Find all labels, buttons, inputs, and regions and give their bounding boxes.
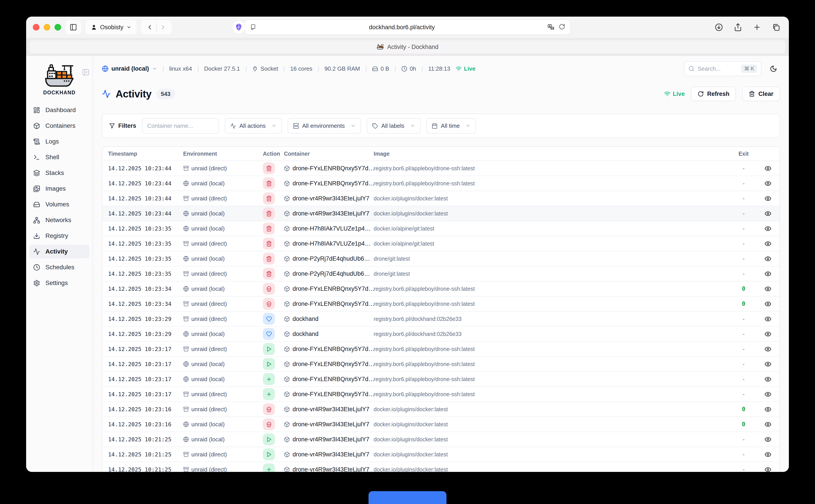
search-input[interactable]: Search... ⌘ K bbox=[684, 61, 761, 76]
view-details-button[interactable] bbox=[756, 331, 780, 337]
timestamp-cell: 14.12.2025 10:23:35 bbox=[102, 225, 183, 232]
view-details-button[interactable] bbox=[756, 361, 780, 368]
page-settings-icon[interactable] bbox=[250, 24, 256, 31]
view-details-button[interactable] bbox=[756, 180, 780, 187]
view-details-button[interactable] bbox=[756, 240, 780, 247]
table-row[interactable]: 14.12.2025 10:23:34unraid (direct)drone-… bbox=[102, 296, 780, 311]
container-cell: drone-FYxLENRBQnxy5Y7d… bbox=[284, 346, 374, 353]
view-details-button[interactable] bbox=[756, 210, 780, 217]
container-cell: drone-vr4R9wr3I43EteLjulY7 bbox=[284, 466, 374, 472]
dock-app-indicator[interactable] bbox=[369, 491, 446, 504]
filter-dropdown-all-actions[interactable]: All actions bbox=[225, 118, 282, 134]
filter-dropdown-all-labels[interactable]: All labels bbox=[367, 118, 421, 134]
clear-button[interactable]: Clear bbox=[742, 87, 780, 101]
view-details-button[interactable] bbox=[756, 316, 780, 322]
sidebar-item-schedules[interactable]: Schedules bbox=[29, 260, 89, 274]
table-row[interactable]: 14.12.2025 10:23:35unraid (local)drone-H… bbox=[102, 221, 780, 236]
table-row[interactable]: 14.12.2025 10:23:29unraid (direct)dockha… bbox=[102, 311, 780, 326]
sidebar-item-registry[interactable]: Registry bbox=[29, 229, 89, 243]
search-icon bbox=[688, 66, 695, 72]
image-cell: docker.io/alpine/git:latest bbox=[374, 225, 731, 232]
table-row[interactable]: 14.12.2025 10:23:34unraid (local)drone-F… bbox=[102, 281, 780, 296]
sidebar-item-networks[interactable]: Networks bbox=[29, 213, 89, 227]
translate-icon[interactable] bbox=[547, 23, 555, 31]
share-button[interactable] bbox=[732, 21, 744, 33]
table-row[interactable]: 14.12.2025 10:23:35unraid (direct)drone-… bbox=[102, 236, 780, 251]
view-details-button[interactable] bbox=[756, 391, 780, 398]
view-details-button[interactable] bbox=[756, 165, 780, 172]
chevdown-icon bbox=[465, 123, 471, 128]
table-row[interactable]: 14.12.2025 10:23:44unraid (direct)drone-… bbox=[102, 191, 780, 206]
container-name-input[interactable]: Container name... bbox=[142, 118, 219, 134]
profile-menu-button[interactable]: Osobisty bbox=[85, 20, 137, 34]
table-row[interactable]: 14.12.2025 10:23:17unraid (local)drone-F… bbox=[102, 371, 780, 386]
reload-icon[interactable] bbox=[559, 23, 565, 31]
new-tab-button[interactable] bbox=[751, 21, 763, 33]
table-row[interactable]: 14.12.2025 10:23:35unraid (direct)drone-… bbox=[102, 266, 780, 281]
sidebar-item-shell[interactable]: Shell bbox=[29, 150, 89, 164]
close-window-button[interactable] bbox=[33, 24, 39, 31]
timestamp-cell: 14.12.2025 10:23:35 bbox=[102, 271, 183, 277]
minimize-window-button[interactable] bbox=[44, 24, 50, 31]
browser-tab[interactable]: Activity - Dockhand bbox=[30, 40, 785, 54]
timestamp-cell: 14.12.2025 10:23:17 bbox=[102, 376, 183, 382]
timestamp-cell: 14.12.2025 10:23:17 bbox=[102, 391, 183, 397]
view-details-button[interactable] bbox=[756, 376, 780, 383]
table-row[interactable]: 14.12.2025 10:21:25unraid (direct)drone-… bbox=[102, 447, 780, 462]
table-row[interactable]: 14.12.2025 10:23:16unraid (local)drone-v… bbox=[102, 417, 780, 432]
table-row[interactable]: 14.12.2025 10:23:16unraid (direct)drone-… bbox=[102, 401, 780, 417]
zoom-window-button[interactable] bbox=[54, 24, 61, 31]
view-details-button[interactable] bbox=[756, 406, 780, 413]
sidebar-item-stacks[interactable]: Stacks bbox=[29, 166, 89, 180]
view-details-button[interactable] bbox=[756, 436, 780, 443]
table-row[interactable]: 14.12.2025 10:23:29unraid (local)dockhan… bbox=[102, 326, 780, 341]
table-row[interactable]: 14.12.2025 10:23:44unraid (direct)drone-… bbox=[102, 161, 780, 176]
sidebar-collapse-button[interactable] bbox=[82, 68, 89, 76]
view-details-button[interactable] bbox=[756, 195, 780, 202]
extension-icon[interactable] bbox=[233, 21, 245, 33]
view-details-button[interactable] bbox=[756, 255, 780, 262]
table-row[interactable]: 14.12.2025 10:23:44unraid (local)drone-v… bbox=[102, 206, 780, 221]
refresh-button[interactable]: Refresh bbox=[691, 87, 736, 101]
view-details-button[interactable] bbox=[756, 270, 780, 277]
plus-icon bbox=[266, 376, 272, 382]
sidebar-item-logs[interactable]: Logs bbox=[29, 135, 89, 148]
view-details-button[interactable] bbox=[756, 285, 780, 292]
sidebar-item-activity[interactable]: Activity bbox=[29, 245, 89, 258]
action-badge-kill bbox=[263, 283, 275, 295]
forward-button[interactable] bbox=[157, 21, 169, 34]
sidebar-item-settings[interactable]: Settings bbox=[29, 276, 89, 290]
column-header-timestamp: Timestamp bbox=[102, 151, 183, 157]
table-row[interactable]: 14.12.2025 10:23:17unraid (direct)drone-… bbox=[102, 341, 780, 356]
table-row[interactable]: 14.12.2025 10:23:35unraid (local)drone-P… bbox=[102, 251, 780, 266]
sidebar-item-dashboard[interactable]: Dashboard bbox=[29, 103, 89, 117]
table-row[interactable]: 14.12.2025 10:23:17unraid (local)drone-F… bbox=[102, 356, 780, 371]
table-row[interactable]: 14.12.2025 10:23:44unraid (local)drone-F… bbox=[102, 176, 780, 191]
view-details-button[interactable] bbox=[756, 451, 780, 458]
tab-overview-button[interactable] bbox=[770, 21, 782, 33]
browser-sidebar-toggle-button[interactable] bbox=[66, 20, 81, 34]
sidebar-item-volumes[interactable]: Volumes bbox=[29, 198, 89, 211]
downloads-button[interactable] bbox=[713, 21, 725, 33]
address-bar[interactable]: dockhand.bor6.pl/activity bbox=[245, 20, 570, 35]
table-row[interactable]: 14.12.2025 10:23:17unraid (direct)drone-… bbox=[102, 386, 780, 401]
stat-docker-27-5-1: Docker 27.5.1 bbox=[204, 65, 240, 72]
environment-cell: unraid (local) bbox=[183, 436, 263, 443]
box-icon bbox=[284, 196, 290, 202]
view-details-button[interactable] bbox=[756, 421, 780, 428]
view-details-button[interactable] bbox=[756, 300, 780, 307]
filter-dropdown-all-time[interactable]: All time bbox=[426, 118, 476, 134]
table-row[interactable]: 14.12.2025 10:21:25unraid (local)drone-v… bbox=[102, 432, 780, 447]
sidebar-item-containers[interactable]: Containers bbox=[29, 119, 89, 133]
view-details-button[interactable] bbox=[756, 466, 780, 472]
view-details-button[interactable] bbox=[756, 225, 780, 232]
back-button[interactable] bbox=[143, 21, 156, 34]
view-details-button[interactable] bbox=[756, 346, 780, 353]
eye-icon bbox=[765, 436, 771, 443]
filter-dropdown-all-environments[interactable]: All environments bbox=[288, 118, 361, 134]
sidebar-item-images[interactable]: Images bbox=[29, 182, 89, 196]
wifi-icon bbox=[664, 91, 671, 97]
table-row[interactable]: 14.12.2025 10:21:25unraid (direct)drone-… bbox=[102, 462, 780, 472]
dark-mode-toggle[interactable] bbox=[767, 62, 780, 75]
environment-selector[interactable]: unraid (local) bbox=[102, 65, 157, 72]
